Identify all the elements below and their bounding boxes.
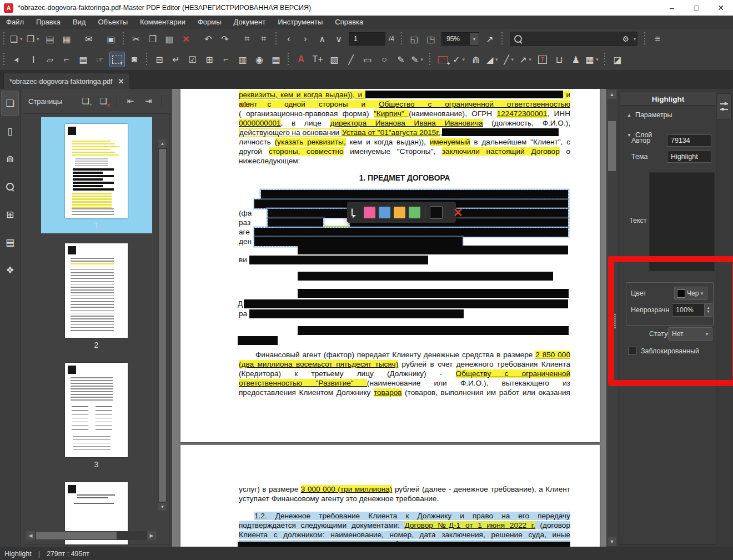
document-tab[interactable]: *obrazec-dogovora-faktoringa.pdf ✕ [3,73,130,89]
search-input[interactable] [526,34,620,43]
edit-text-list-tool-icon[interactable]: A [294,52,308,67]
save-icon[interactable]: ▤ [43,32,57,46]
delete-page-icon[interactable]: ❏x [96,94,111,108]
color-pink-swatch[interactable] [364,207,375,218]
import-pages-icon[interactable]: ⇤ [123,94,138,108]
menu-item-4[interactable]: Комментарии [134,16,192,29]
tiles-tool-icon[interactable]: ▦▼ [585,52,600,67]
menu-item-1[interactable]: Правка [30,16,67,29]
snapshot-tool-icon[interactable]: ◙ [127,52,142,67]
close-button[interactable]: ✕ [709,0,733,16]
snap-grid-icon[interactable]: ⌗ [257,32,271,46]
arrow-tool-icon[interactable]: ↗▼ [519,52,533,67]
page-thumbnail-3[interactable]: 3 [41,356,152,472]
signature-panel-icon[interactable]: ▤ [1,229,19,255]
pages-panel-icon[interactable]: ❏ [1,91,19,116]
export-pages-icon[interactable]: ⇥ [141,94,155,108]
color-green-swatch[interactable] [409,207,420,218]
maximize-button[interactable]: □ [684,0,709,16]
button-field-tool-icon[interactable]: ↵ [169,52,183,67]
outline-panel-icon[interactable]: ⊞ [1,202,19,227]
menu-item-8[interactable]: Справка [329,16,369,29]
fit-width-icon[interactable]: ◱ [407,32,421,46]
tab-close-icon[interactable]: ✕ [118,77,124,86]
scroll-up-icon[interactable]: ▲ [158,139,167,148]
doc-scroll-up-icon[interactable]: ▲ [608,90,616,99]
ellipse-tool-icon[interactable]: ○ [377,52,391,67]
document-view[interactable]: реквизиты, кем и когда выдан)), и и аген… [172,89,606,547]
form-editor-icon[interactable]: ▤ [76,52,91,67]
checkbox-field-tool-icon[interactable]: ☑ [185,52,200,67]
combobox-field-tool-icon[interactable]: ⊞ [202,52,217,67]
save-as-icon[interactable]: ▦ [59,32,74,46]
delete-icon[interactable]: ✕ [179,32,193,46]
hand-tool-icon[interactable]: ☞ [93,52,107,67]
zoom-select[interactable]: 95%▼ [441,32,479,46]
minimize-button[interactable]: – [660,0,684,16]
approve-tool-icon[interactable]: ✓▼ [452,52,466,67]
attach-file-tool-icon[interactable]: ⋒ [469,52,483,67]
search-panel-icon[interactable] [1,174,19,199]
doc-scroll-down-icon[interactable]: ▼ [608,537,616,546]
radio-field-tool-icon[interactable]: ◉ [252,52,267,67]
next-page-icon[interactable]: › [298,32,313,46]
text-box-tool-icon[interactable]: T [535,52,550,67]
pencil-tool-icon[interactable]: ✎ [394,52,408,67]
fullscreen-icon[interactable]: ↗ [483,32,497,46]
form-doc-tool-icon[interactable]: ▥ [235,52,250,67]
menu-item-0[interactable]: Файл [0,16,30,29]
menu-item-2[interactable]: Вид [67,16,92,29]
cut-icon[interactable]: ✂ [129,32,143,46]
scroll-left-icon[interactable]: ◀ [26,531,35,540]
stamp-tool-icon[interactable]: ♟ [569,52,583,67]
new-document-icon[interactable]: ❏▼ [9,32,24,46]
copy-icon[interactable]: ❐ [145,32,160,46]
rectangle-tool-icon[interactable]: ▭ [360,52,375,67]
listbox-field-tool-icon[interactable]: ⌐ [219,52,233,67]
search-options-gear-icon[interactable]: ⚙ [622,34,630,43]
menu-item-6[interactable]: Документ [228,16,272,29]
color-black-swatch[interactable] [430,206,443,219]
redo-icon[interactable]: ↷ [218,32,232,46]
pdf-page-1[interactable]: реквизиты, кем и когда выдан)), и и аген… [180,89,600,442]
email-icon[interactable]: ✉ [82,32,96,46]
bookmarks-panel-icon[interactable]: ▯ [1,118,19,144]
params-collapse[interactable]: ▲ Параметры [627,111,716,119]
edit-text-tool-icon[interactable]: Ⅰ [26,52,41,67]
eraser-tool-icon[interactable]: ◪ [610,52,625,67]
delete-annotation-icon[interactable]: ✕ [453,207,463,218]
undo-icon[interactable]: ↶ [201,32,215,46]
color-blue-swatch[interactable] [379,207,390,218]
attachments-panel-icon[interactable]: ⋒ [1,146,19,172]
signature-field-tool-icon[interactable]: ▤ [269,52,283,67]
open-file-icon[interactable]: ❒▼ [26,32,41,46]
edit-path-tool-icon[interactable]: ⌐ [59,52,74,67]
scroll-down-icon[interactable]: ▼ [158,503,167,511]
author-field[interactable]: 79134 [667,134,711,147]
highlight-tool-icon[interactable]: ◢▼ [485,52,500,67]
line2-tool-icon[interactable]: ╱▼ [502,52,516,67]
page-thumbnail-2[interactable]: 2 [41,237,152,353]
menu-item-7[interactable]: Инструменты [272,16,329,29]
fit-page-icon[interactable]: ◳ [424,32,438,46]
main-menu-icon[interactable]: ≡ [650,32,665,46]
line-tool-icon[interactable]: ╱ [344,52,358,67]
crop-tool-icon[interactable]: ⊔ [552,52,566,67]
comment-icon[interactable] [352,208,353,216]
theme-field[interactable]: Highlight [667,151,711,163]
page-number-input[interactable]: 1 [349,32,385,46]
layers-panel-icon[interactable]: ❖ [1,257,19,283]
page-thumbnail-1[interactable]: 1 [41,117,152,233]
text-field-tool-icon[interactable]: ⊟ [152,52,167,67]
search-box[interactable]: ⚙▼ [510,32,637,46]
doc-scroll-thumb[interactable] [608,121,616,171]
add-image-tool-icon[interactable]: ▧ [327,52,342,67]
scroll-right-icon[interactable]: ▶ [147,531,156,540]
properties-tab[interactable] [717,93,732,120]
sidebar-horizontal-scrollbar[interactable]: ◀ ▶ [26,531,156,540]
menu-item-5[interactable]: Формы [192,16,228,29]
edit-object-tool-icon[interactable]: ▱ [43,52,57,67]
paste-icon[interactable]: ▥ [162,32,177,46]
page-up-icon[interactable]: ∧ [315,32,329,46]
add-text-tool-icon[interactable]: T+ [310,52,325,67]
